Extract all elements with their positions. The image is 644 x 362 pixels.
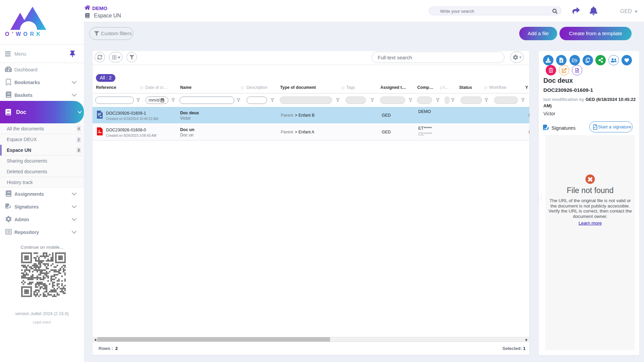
svg-text:O’WORK: O’WORK (5, 31, 43, 37)
svg-text:w: w (99, 115, 102, 118)
